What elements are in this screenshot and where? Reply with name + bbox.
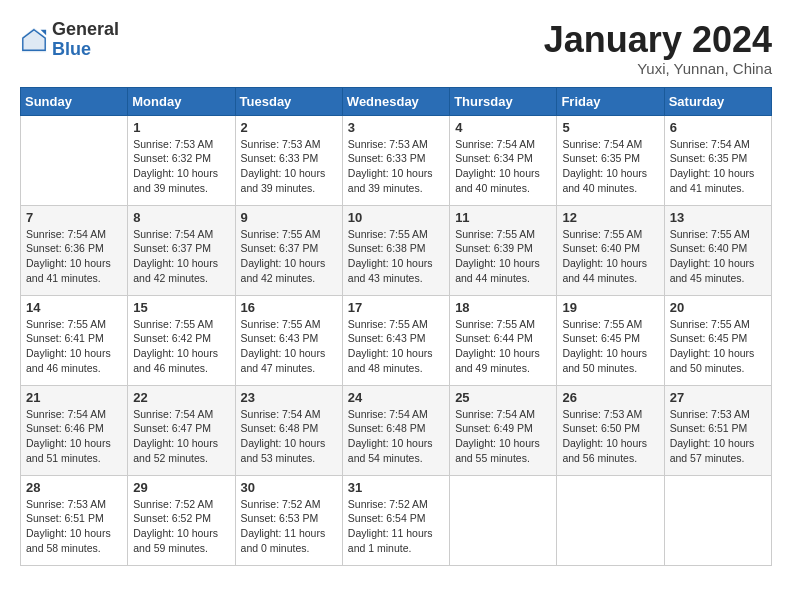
day-info: Sunrise: 7:55 AMSunset: 6:40 PMDaylight:… xyxy=(670,227,766,286)
day-info: Sunrise: 7:54 AMSunset: 6:36 PMDaylight:… xyxy=(26,227,122,286)
calendar-cell xyxy=(557,475,664,565)
calendar-cell xyxy=(450,475,557,565)
calendar-header-row: SundayMondayTuesdayWednesdayThursdayFrid… xyxy=(21,87,772,115)
day-info: Sunrise: 7:55 AMSunset: 6:45 PMDaylight:… xyxy=(670,317,766,376)
calendar-cell: 3Sunrise: 7:53 AMSunset: 6:33 PMDaylight… xyxy=(342,115,449,205)
day-info: Sunrise: 7:54 AMSunset: 6:49 PMDaylight:… xyxy=(455,407,551,466)
day-info: Sunrise: 7:54 AMSunset: 6:35 PMDaylight:… xyxy=(670,137,766,196)
calendar-cell: 2Sunrise: 7:53 AMSunset: 6:33 PMDaylight… xyxy=(235,115,342,205)
day-number: 18 xyxy=(455,300,551,315)
calendar-cell: 21Sunrise: 7:54 AMSunset: 6:46 PMDayligh… xyxy=(21,385,128,475)
calendar-cell: 23Sunrise: 7:54 AMSunset: 6:48 PMDayligh… xyxy=(235,385,342,475)
day-number: 1 xyxy=(133,120,229,135)
day-number: 27 xyxy=(670,390,766,405)
day-info: Sunrise: 7:53 AMSunset: 6:50 PMDaylight:… xyxy=(562,407,658,466)
calendar-week-row: 14Sunrise: 7:55 AMSunset: 6:41 PMDayligh… xyxy=(21,295,772,385)
day-info: Sunrise: 7:54 AMSunset: 6:47 PMDaylight:… xyxy=(133,407,229,466)
day-info: Sunrise: 7:54 AMSunset: 6:48 PMDaylight:… xyxy=(241,407,337,466)
location: Yuxi, Yunnan, China xyxy=(544,60,772,77)
col-header-monday: Monday xyxy=(128,87,235,115)
calendar-cell: 4Sunrise: 7:54 AMSunset: 6:34 PMDaylight… xyxy=(450,115,557,205)
col-header-friday: Friday xyxy=(557,87,664,115)
calendar-cell: 25Sunrise: 7:54 AMSunset: 6:49 PMDayligh… xyxy=(450,385,557,475)
calendar-cell: 19Sunrise: 7:55 AMSunset: 6:45 PMDayligh… xyxy=(557,295,664,385)
calendar-week-row: 21Sunrise: 7:54 AMSunset: 6:46 PMDayligh… xyxy=(21,385,772,475)
day-info: Sunrise: 7:55 AMSunset: 6:41 PMDaylight:… xyxy=(26,317,122,376)
day-number: 21 xyxy=(26,390,122,405)
month-title: January 2024 xyxy=(544,20,772,60)
day-number: 10 xyxy=(348,210,444,225)
calendar-cell xyxy=(664,475,771,565)
day-info: Sunrise: 7:55 AMSunset: 6:45 PMDaylight:… xyxy=(562,317,658,376)
day-number: 15 xyxy=(133,300,229,315)
day-number: 29 xyxy=(133,480,229,495)
day-number: 28 xyxy=(26,480,122,495)
calendar-cell: 14Sunrise: 7:55 AMSunset: 6:41 PMDayligh… xyxy=(21,295,128,385)
calendar-cell: 26Sunrise: 7:53 AMSunset: 6:50 PMDayligh… xyxy=(557,385,664,475)
day-number: 24 xyxy=(348,390,444,405)
day-info: Sunrise: 7:55 AMSunset: 6:37 PMDaylight:… xyxy=(241,227,337,286)
day-number: 26 xyxy=(562,390,658,405)
day-info: Sunrise: 7:54 AMSunset: 6:35 PMDaylight:… xyxy=(562,137,658,196)
col-header-sunday: Sunday xyxy=(21,87,128,115)
day-info: Sunrise: 7:55 AMSunset: 6:44 PMDaylight:… xyxy=(455,317,551,376)
day-number: 5 xyxy=(562,120,658,135)
day-info: Sunrise: 7:53 AMSunset: 6:51 PMDaylight:… xyxy=(26,497,122,556)
day-number: 4 xyxy=(455,120,551,135)
day-info: Sunrise: 7:52 AMSunset: 6:53 PMDaylight:… xyxy=(241,497,337,556)
day-info: Sunrise: 7:53 AMSunset: 6:32 PMDaylight:… xyxy=(133,137,229,196)
day-info: Sunrise: 7:54 AMSunset: 6:37 PMDaylight:… xyxy=(133,227,229,286)
day-number: 7 xyxy=(26,210,122,225)
calendar-cell: 22Sunrise: 7:54 AMSunset: 6:47 PMDayligh… xyxy=(128,385,235,475)
day-info: Sunrise: 7:55 AMSunset: 6:38 PMDaylight:… xyxy=(348,227,444,286)
calendar-cell: 12Sunrise: 7:55 AMSunset: 6:40 PMDayligh… xyxy=(557,205,664,295)
calendar-cell: 11Sunrise: 7:55 AMSunset: 6:39 PMDayligh… xyxy=(450,205,557,295)
title-block: January 2024 Yuxi, Yunnan, China xyxy=(544,20,772,77)
calendar-cell: 27Sunrise: 7:53 AMSunset: 6:51 PMDayligh… xyxy=(664,385,771,475)
day-info: Sunrise: 7:55 AMSunset: 6:43 PMDaylight:… xyxy=(348,317,444,376)
day-number: 22 xyxy=(133,390,229,405)
calendar-cell: 29Sunrise: 7:52 AMSunset: 6:52 PMDayligh… xyxy=(128,475,235,565)
calendar-body: 1Sunrise: 7:53 AMSunset: 6:32 PMDaylight… xyxy=(21,115,772,565)
day-number: 16 xyxy=(241,300,337,315)
logo: General Blue xyxy=(20,20,119,60)
day-number: 13 xyxy=(670,210,766,225)
day-number: 23 xyxy=(241,390,337,405)
day-number: 25 xyxy=(455,390,551,405)
calendar-cell: 28Sunrise: 7:53 AMSunset: 6:51 PMDayligh… xyxy=(21,475,128,565)
calendar-week-row: 1Sunrise: 7:53 AMSunset: 6:32 PMDaylight… xyxy=(21,115,772,205)
day-number: 8 xyxy=(133,210,229,225)
logo-general-text: General xyxy=(52,20,119,40)
calendar-cell: 8Sunrise: 7:54 AMSunset: 6:37 PMDaylight… xyxy=(128,205,235,295)
day-info: Sunrise: 7:53 AMSunset: 6:33 PMDaylight:… xyxy=(348,137,444,196)
day-info: Sunrise: 7:52 AMSunset: 6:54 PMDaylight:… xyxy=(348,497,444,556)
calendar-cell xyxy=(21,115,128,205)
calendar-cell: 9Sunrise: 7:55 AMSunset: 6:37 PMDaylight… xyxy=(235,205,342,295)
calendar-cell: 1Sunrise: 7:53 AMSunset: 6:32 PMDaylight… xyxy=(128,115,235,205)
logo-blue-text: Blue xyxy=(52,40,119,60)
calendar-cell: 5Sunrise: 7:54 AMSunset: 6:35 PMDaylight… xyxy=(557,115,664,205)
calendar-cell: 7Sunrise: 7:54 AMSunset: 6:36 PMDaylight… xyxy=(21,205,128,295)
calendar-cell: 16Sunrise: 7:55 AMSunset: 6:43 PMDayligh… xyxy=(235,295,342,385)
calendar-cell: 18Sunrise: 7:55 AMSunset: 6:44 PMDayligh… xyxy=(450,295,557,385)
day-number: 11 xyxy=(455,210,551,225)
calendar-week-row: 7Sunrise: 7:54 AMSunset: 6:36 PMDaylight… xyxy=(21,205,772,295)
day-number: 14 xyxy=(26,300,122,315)
day-info: Sunrise: 7:53 AMSunset: 6:33 PMDaylight:… xyxy=(241,137,337,196)
calendar-cell: 20Sunrise: 7:55 AMSunset: 6:45 PMDayligh… xyxy=(664,295,771,385)
logo-text: General Blue xyxy=(52,20,119,60)
day-info: Sunrise: 7:54 AMSunset: 6:48 PMDaylight:… xyxy=(348,407,444,466)
calendar-cell: 13Sunrise: 7:55 AMSunset: 6:40 PMDayligh… xyxy=(664,205,771,295)
col-header-thursday: Thursday xyxy=(450,87,557,115)
calendar-cell: 24Sunrise: 7:54 AMSunset: 6:48 PMDayligh… xyxy=(342,385,449,475)
calendar-cell: 31Sunrise: 7:52 AMSunset: 6:54 PMDayligh… xyxy=(342,475,449,565)
day-number: 17 xyxy=(348,300,444,315)
day-number: 19 xyxy=(562,300,658,315)
calendar-table: SundayMondayTuesdayWednesdayThursdayFrid… xyxy=(20,87,772,566)
calendar-cell: 17Sunrise: 7:55 AMSunset: 6:43 PMDayligh… xyxy=(342,295,449,385)
day-info: Sunrise: 7:55 AMSunset: 6:43 PMDaylight:… xyxy=(241,317,337,376)
day-number: 12 xyxy=(562,210,658,225)
day-number: 30 xyxy=(241,480,337,495)
page-header: General Blue January 2024 Yuxi, Yunnan, … xyxy=(20,20,772,77)
calendar-cell: 30Sunrise: 7:52 AMSunset: 6:53 PMDayligh… xyxy=(235,475,342,565)
